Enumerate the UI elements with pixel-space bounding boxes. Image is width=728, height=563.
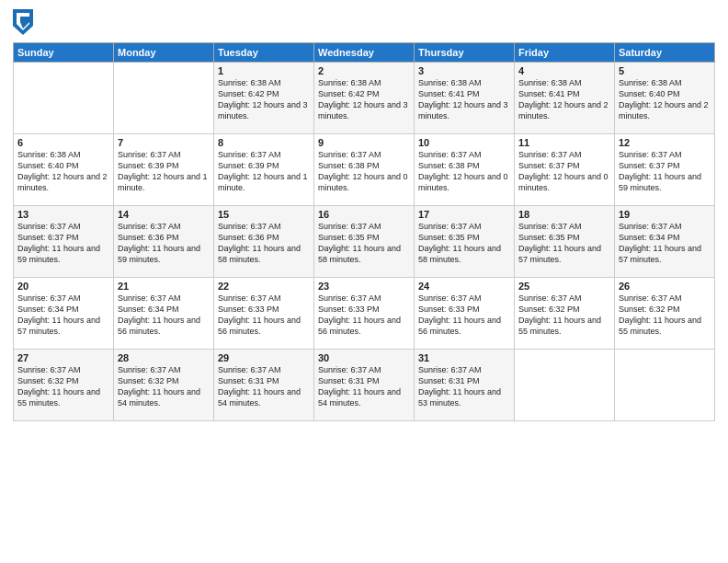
calendar-cell: 9Sunrise: 6:37 AM Sunset: 6:38 PM Daylig…	[314, 134, 415, 206]
calendar-cell: 8Sunrise: 6:37 AM Sunset: 6:39 PM Daylig…	[214, 134, 314, 206]
day-number: 25	[518, 281, 610, 292]
logo-icon	[13, 9, 33, 35]
day-number: 3	[418, 65, 510, 76]
calendar-cell: 13Sunrise: 6:37 AM Sunset: 6:37 PM Dayli…	[14, 206, 114, 278]
day-detail: Sunrise: 6:37 AM Sunset: 6:31 PM Dayligh…	[218, 364, 310, 409]
calendar-week-row: 6Sunrise: 6:38 AM Sunset: 6:40 PM Daylig…	[14, 134, 715, 206]
day-number: 12	[619, 137, 711, 148]
day-detail: Sunrise: 6:38 AM Sunset: 6:41 PM Dayligh…	[418, 77, 510, 122]
calendar-cell: 24Sunrise: 6:37 AM Sunset: 6:33 PM Dayli…	[415, 278, 515, 350]
day-detail: Sunrise: 6:37 AM Sunset: 6:33 PM Dayligh…	[318, 293, 410, 338]
day-number: 18	[518, 209, 610, 220]
calendar-cell	[515, 350, 615, 421]
calendar-cell: 22Sunrise: 6:37 AM Sunset: 6:33 PM Dayli…	[214, 278, 314, 350]
day-detail: Sunrise: 6:37 AM Sunset: 6:39 PM Dayligh…	[218, 149, 310, 194]
calendar-cell: 16Sunrise: 6:37 AM Sunset: 6:35 PM Dayli…	[314, 206, 415, 278]
day-number: 4	[518, 65, 610, 76]
calendar-cell	[114, 63, 214, 134]
calendar-week-row: 1Sunrise: 6:38 AM Sunset: 6:42 PM Daylig…	[14, 63, 715, 134]
day-number: 28	[118, 352, 210, 363]
calendar-cell: 25Sunrise: 6:37 AM Sunset: 6:32 PM Dayli…	[515, 278, 615, 350]
day-number: 29	[218, 352, 310, 363]
calendar-cell: 28Sunrise: 6:37 AM Sunset: 6:32 PM Dayli…	[114, 350, 214, 421]
day-number: 24	[418, 281, 510, 292]
calendar-cell: 19Sunrise: 6:37 AM Sunset: 6:34 PM Dayli…	[615, 206, 715, 278]
day-number: 20	[17, 281, 109, 292]
page: Sunday Monday Tuesday Wednesday Thursday…	[0, 0, 728, 563]
day-number: 26	[619, 281, 711, 292]
calendar-cell: 1Sunrise: 6:38 AM Sunset: 6:42 PM Daylig…	[214, 63, 314, 134]
day-detail: Sunrise: 6:37 AM Sunset: 6:34 PM Dayligh…	[118, 293, 210, 338]
day-detail: Sunrise: 6:37 AM Sunset: 6:33 PM Dayligh…	[218, 293, 310, 338]
col-thursday: Thursday	[415, 43, 515, 63]
day-number: 19	[619, 209, 711, 220]
calendar-cell: 5Sunrise: 6:38 AM Sunset: 6:40 PM Daylig…	[615, 63, 715, 134]
calendar-header-row: Sunday Monday Tuesday Wednesday Thursday…	[14, 43, 715, 63]
calendar-cell: 12Sunrise: 6:37 AM Sunset: 6:37 PM Dayli…	[615, 134, 715, 206]
header	[13, 9, 715, 35]
calendar-cell	[14, 63, 114, 134]
day-number: 30	[318, 352, 410, 363]
day-number: 6	[17, 137, 109, 148]
calendar-cell: 27Sunrise: 6:37 AM Sunset: 6:32 PM Dayli…	[14, 350, 114, 421]
day-number: 8	[218, 137, 310, 148]
calendar-cell: 4Sunrise: 6:38 AM Sunset: 6:41 PM Daylig…	[515, 63, 615, 134]
col-tuesday: Tuesday	[214, 43, 314, 63]
calendar-cell	[615, 350, 715, 421]
day-detail: Sunrise: 6:37 AM Sunset: 6:31 PM Dayligh…	[418, 364, 510, 409]
col-sunday: Sunday	[14, 43, 114, 63]
day-number: 17	[418, 209, 510, 220]
day-number: 2	[318, 65, 410, 76]
day-number: 10	[418, 137, 510, 148]
calendar-cell: 2Sunrise: 6:38 AM Sunset: 6:42 PM Daylig…	[314, 63, 415, 134]
calendar-table: Sunday Monday Tuesday Wednesday Thursday…	[13, 42, 715, 421]
day-detail: Sunrise: 6:37 AM Sunset: 6:36 PM Dayligh…	[118, 221, 210, 266]
day-detail: Sunrise: 6:38 AM Sunset: 6:40 PM Dayligh…	[619, 77, 711, 122]
calendar-cell: 21Sunrise: 6:37 AM Sunset: 6:34 PM Dayli…	[114, 278, 214, 350]
day-number: 13	[17, 209, 109, 220]
calendar-cell: 31Sunrise: 6:37 AM Sunset: 6:31 PM Dayli…	[415, 350, 515, 421]
day-detail: Sunrise: 6:37 AM Sunset: 6:32 PM Dayligh…	[518, 293, 610, 338]
day-detail: Sunrise: 6:38 AM Sunset: 6:41 PM Dayligh…	[518, 77, 610, 122]
calendar-cell: 29Sunrise: 6:37 AM Sunset: 6:31 PM Dayli…	[214, 350, 314, 421]
day-number: 9	[318, 137, 410, 148]
calendar-cell: 6Sunrise: 6:38 AM Sunset: 6:40 PM Daylig…	[14, 134, 114, 206]
calendar-cell: 11Sunrise: 6:37 AM Sunset: 6:37 PM Dayli…	[515, 134, 615, 206]
day-number: 23	[318, 281, 410, 292]
day-detail: Sunrise: 6:37 AM Sunset: 6:38 PM Dayligh…	[318, 149, 410, 194]
calendar-cell: 7Sunrise: 6:37 AM Sunset: 6:39 PM Daylig…	[114, 134, 214, 206]
day-number: 31	[418, 352, 510, 363]
day-detail: Sunrise: 6:37 AM Sunset: 6:35 PM Dayligh…	[318, 221, 410, 266]
day-detail: Sunrise: 6:37 AM Sunset: 6:35 PM Dayligh…	[418, 221, 510, 266]
calendar-cell: 26Sunrise: 6:37 AM Sunset: 6:32 PM Dayli…	[615, 278, 715, 350]
day-detail: Sunrise: 6:37 AM Sunset: 6:31 PM Dayligh…	[318, 364, 410, 409]
day-detail: Sunrise: 6:38 AM Sunset: 6:42 PM Dayligh…	[218, 77, 310, 122]
day-detail: Sunrise: 6:37 AM Sunset: 6:32 PM Dayligh…	[118, 364, 210, 409]
col-saturday: Saturday	[615, 43, 715, 63]
col-friday: Friday	[515, 43, 615, 63]
logo	[13, 9, 37, 35]
day-number: 22	[218, 281, 310, 292]
calendar-week-row: 27Sunrise: 6:37 AM Sunset: 6:32 PM Dayli…	[14, 350, 715, 421]
calendar-cell: 18Sunrise: 6:37 AM Sunset: 6:35 PM Dayli…	[515, 206, 615, 278]
calendar-cell: 10Sunrise: 6:37 AM Sunset: 6:38 PM Dayli…	[415, 134, 515, 206]
day-detail: Sunrise: 6:37 AM Sunset: 6:37 PM Dayligh…	[619, 149, 711, 194]
day-number: 27	[17, 352, 109, 363]
day-number: 14	[118, 209, 210, 220]
calendar-cell: 17Sunrise: 6:37 AM Sunset: 6:35 PM Dayli…	[415, 206, 515, 278]
calendar-cell: 3Sunrise: 6:38 AM Sunset: 6:41 PM Daylig…	[415, 63, 515, 134]
calendar-week-row: 20Sunrise: 6:37 AM Sunset: 6:34 PM Dayli…	[14, 278, 715, 350]
day-detail: Sunrise: 6:37 AM Sunset: 6:38 PM Dayligh…	[418, 149, 510, 194]
day-detail: Sunrise: 6:37 AM Sunset: 6:32 PM Dayligh…	[619, 293, 711, 338]
day-detail: Sunrise: 6:37 AM Sunset: 6:32 PM Dayligh…	[17, 364, 109, 409]
calendar-cell: 14Sunrise: 6:37 AM Sunset: 6:36 PM Dayli…	[114, 206, 214, 278]
day-number: 16	[318, 209, 410, 220]
calendar-cell: 23Sunrise: 6:37 AM Sunset: 6:33 PM Dayli…	[314, 278, 415, 350]
calendar-cell: 15Sunrise: 6:37 AM Sunset: 6:36 PM Dayli…	[214, 206, 314, 278]
calendar-cell: 30Sunrise: 6:37 AM Sunset: 6:31 PM Dayli…	[314, 350, 415, 421]
day-detail: Sunrise: 6:37 AM Sunset: 6:36 PM Dayligh…	[218, 221, 310, 266]
calendar-week-row: 13Sunrise: 6:37 AM Sunset: 6:37 PM Dayli…	[14, 206, 715, 278]
day-detail: Sunrise: 6:37 AM Sunset: 6:34 PM Dayligh…	[17, 293, 109, 338]
day-number: 7	[118, 137, 210, 148]
day-detail: Sunrise: 6:37 AM Sunset: 6:34 PM Dayligh…	[619, 221, 711, 266]
